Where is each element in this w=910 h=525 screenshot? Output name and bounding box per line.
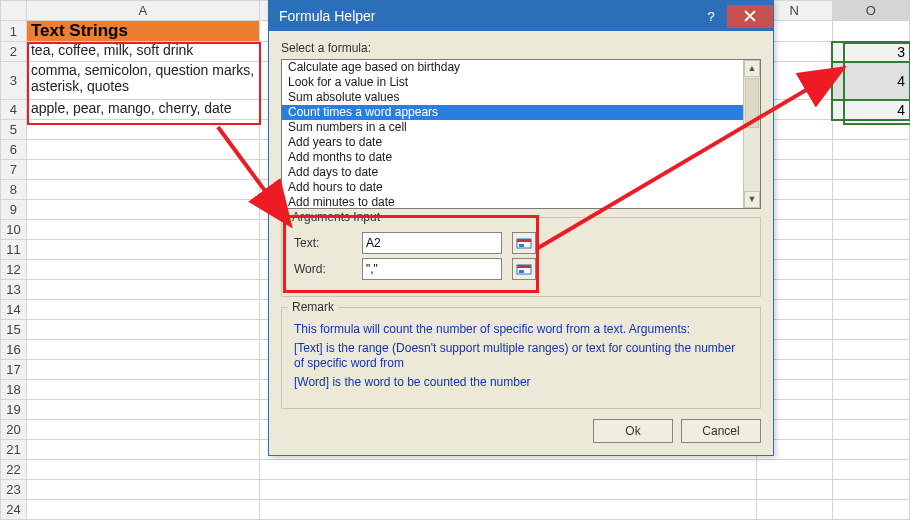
- word-input[interactable]: [362, 258, 502, 280]
- col-header-O[interactable]: O: [832, 1, 909, 21]
- svg-rect-2: [519, 244, 524, 247]
- row-header[interactable]: 1: [1, 21, 27, 42]
- cell-O1[interactable]: [832, 21, 909, 42]
- word-ref-button[interactable]: [512, 258, 536, 280]
- row-header[interactable]: 18: [1, 380, 27, 400]
- row-header[interactable]: 12: [1, 260, 27, 280]
- corner-cell[interactable]: [1, 1, 27, 21]
- list-item[interactable]: Add minutes to date: [282, 195, 743, 208]
- row-header[interactable]: 10: [1, 220, 27, 240]
- select-formula-label: Select a formula:: [281, 41, 761, 55]
- list-item[interactable]: Add months to date: [282, 150, 743, 165]
- formula-helper-dialog: Formula Helper ? Select a formula: Calcu…: [268, 0, 774, 456]
- cell-O2[interactable]: 3: [832, 42, 909, 62]
- scroll-thumb[interactable]: [745, 78, 759, 128]
- row-header[interactable]: 4: [1, 100, 27, 120]
- row-header[interactable]: 13: [1, 280, 27, 300]
- list-item-selected[interactable]: Count times a word appears: [282, 105, 743, 120]
- scroll-up-icon[interactable]: ▲: [744, 60, 760, 77]
- list-item[interactable]: Add years to date: [282, 135, 743, 150]
- cell-A2[interactable]: tea, coffee, milk, soft drink: [26, 42, 259, 62]
- cell-A1[interactable]: Text Strings: [26, 21, 259, 42]
- remark-group: Remark This formula will count the numbe…: [281, 307, 761, 409]
- list-item[interactable]: Calculate age based on birthday: [282, 60, 743, 75]
- text-ref-button[interactable]: [512, 232, 536, 254]
- list-item[interactable]: Sum numbers in a cell: [282, 120, 743, 135]
- svg-rect-5: [519, 270, 524, 273]
- row-header[interactable]: 23: [1, 480, 27, 500]
- list-item[interactable]: Add days to date: [282, 165, 743, 180]
- text-label: Text:: [294, 236, 352, 250]
- arguments-group: Arguments Input Text: Word:: [281, 217, 761, 297]
- remark-legend: Remark: [288, 300, 338, 314]
- row-header[interactable]: 7: [1, 160, 27, 180]
- help-button[interactable]: ?: [696, 5, 726, 28]
- row-header[interactable]: 19: [1, 400, 27, 420]
- row-header[interactable]: 8: [1, 180, 27, 200]
- remark-text: This formula will count the number of sp…: [294, 322, 748, 337]
- svg-rect-1: [517, 239, 531, 242]
- row-header[interactable]: 20: [1, 420, 27, 440]
- cell-O3[interactable]: 4: [832, 62, 909, 100]
- row-header[interactable]: 3: [1, 62, 27, 100]
- row-header[interactable]: 14: [1, 300, 27, 320]
- row-header[interactable]: 24: [1, 500, 27, 520]
- close-button[interactable]: [727, 5, 773, 28]
- row-header[interactable]: 17: [1, 360, 27, 380]
- cancel-button[interactable]: Cancel: [681, 419, 761, 443]
- row-header[interactable]: 9: [1, 200, 27, 220]
- range-picker-icon: [516, 262, 532, 276]
- row-header[interactable]: 22: [1, 460, 27, 480]
- word-label: Word:: [294, 262, 352, 276]
- arguments-legend: Arguments Input: [288, 210, 384, 224]
- close-icon: [744, 10, 756, 22]
- cell-O4[interactable]: 4: [832, 100, 909, 120]
- scroll-down-icon[interactable]: ▼: [744, 191, 760, 208]
- row-header[interactable]: 16: [1, 340, 27, 360]
- row-header[interactable]: 6: [1, 140, 27, 160]
- dialog-title: Formula Helper: [279, 8, 375, 24]
- remark-text: [Text] is the range (Doesn't support mul…: [294, 341, 748, 371]
- cell-A5[interactable]: [26, 120, 259, 140]
- cell-A4[interactable]: apple, pear, mango, cherry, date: [26, 100, 259, 120]
- row-header[interactable]: 21: [1, 440, 27, 460]
- row-header[interactable]: 15: [1, 320, 27, 340]
- titlebar[interactable]: Formula Helper ?: [269, 1, 773, 31]
- scrollbar[interactable]: ▲ ▼: [743, 60, 760, 208]
- col-header-A[interactable]: A: [26, 1, 259, 21]
- list-item[interactable]: Sum absolute values: [282, 90, 743, 105]
- text-input[interactable]: [362, 232, 502, 254]
- row-header[interactable]: 5: [1, 120, 27, 140]
- formula-listbox[interactable]: Calculate age based on birthday Look for…: [281, 59, 761, 209]
- row-header[interactable]: 11: [1, 240, 27, 260]
- list-item[interactable]: Add hours to date: [282, 180, 743, 195]
- range-picker-icon: [516, 236, 532, 250]
- ok-button[interactable]: Ok: [593, 419, 673, 443]
- svg-rect-4: [517, 265, 531, 268]
- row-header[interactable]: 2: [1, 42, 27, 62]
- cell-A3[interactable]: comma, semicolon, question marks, asteri…: [26, 62, 259, 100]
- remark-text: [Word] is the word to be counted the num…: [294, 375, 748, 390]
- list-item[interactable]: Look for a value in List: [282, 75, 743, 90]
